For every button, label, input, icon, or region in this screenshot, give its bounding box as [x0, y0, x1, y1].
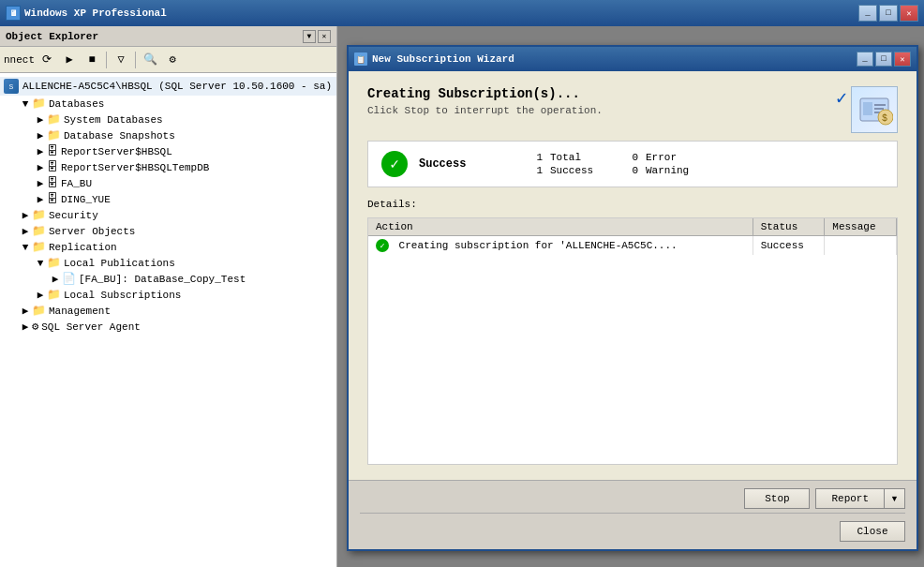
row-message — [825, 236, 897, 256]
sidebar-item-local-subscriptions[interactable]: ▶ 📁 Local Subscriptions — [0, 287, 336, 303]
ding-yue-label: DING_YUE — [61, 194, 111, 205]
close-wizard-button[interactable]: Close — [840, 521, 905, 542]
main-titlebar: 🖥 Windows XP Professional _ □ ✕ — [0, 0, 924, 26]
wizard-side-graphic: $ — [851, 86, 898, 133]
maximize-button[interactable]: □ — [879, 5, 898, 22]
toggle-fa-bu-pub[interactable]: ▶ — [49, 273, 62, 286]
sidebar-item-fa-bu-pub[interactable]: ▶ 📄 [FA_BU]: DataBase_Copy_Test — [0, 271, 336, 287]
folder-icon: 📁 — [47, 128, 61, 142]
folder-icon: 📁 — [32, 304, 46, 318]
db-icon: 🗄 — [47, 176, 58, 190]
search-btn[interactable]: 🔍 — [140, 51, 160, 69]
sidebar-item-db-snapshots[interactable]: ▶ 📁 Database Snapshots — [0, 127, 336, 143]
toggle-system-dbs[interactable]: ▶ — [34, 113, 47, 127]
titlebar-buttons: _ □ ✕ — [858, 5, 918, 22]
sidebar-item-local-publications[interactable]: ▼ 📁 Local Publications — [0, 255, 336, 271]
wizard-body: Creating Subscription(s)... Click Stop t… — [349, 71, 917, 480]
report-dropdown-arrow[interactable]: ▼ — [884, 488, 905, 509]
svg-rect-2 — [874, 104, 886, 106]
sidebar-item-system-databases[interactable]: ▶ 📁 System Databases — [0, 112, 336, 127]
success-icon: ✓ — [381, 151, 408, 177]
sidebar-item-reportservertemp[interactable]: ▶ 🗄 ReportServer$HBSQLTempDB — [0, 159, 336, 175]
toggle-local-pubs[interactable]: ▼ — [34, 257, 47, 270]
success-stats: 1 Total 0 Error 1 Success 0 Warning — [524, 152, 711, 176]
toggle-management[interactable]: ▶ — [19, 305, 32, 318]
toggle-rst[interactable]: ▶ — [34, 161, 47, 174]
folder-icon: 📁 — [32, 240, 46, 254]
col-action: Action — [368, 218, 753, 236]
report-split-button: Report ▼ — [815, 488, 905, 509]
panel-titlebar: Object Explorer ▼ ✕ — [0, 26, 336, 47]
toggle-fabu[interactable]: ▶ — [34, 177, 47, 190]
wizard-icon: 📋 — [354, 52, 367, 66]
report-button[interactable]: Report — [815, 488, 884, 509]
wizard-close-btn[interactable]: ✕ — [894, 52, 911, 67]
sidebar-item-management[interactable]: ▶ 📁 Management — [0, 303, 336, 319]
management-label: Management — [49, 306, 111, 317]
sidebar-item-reportserver[interactable]: ▶ 🗄 ReportServer$HBSQL — [0, 143, 336, 159]
footer-top-row: Stop Report ▼ — [360, 488, 905, 514]
toggle-sql-agent[interactable]: ▶ — [19, 321, 32, 334]
system-databases-label: System Databases — [64, 114, 163, 126]
wizard-dialog: 📋 New Subscription Wizard _ □ ✕ Creating… — [347, 45, 918, 551]
success-count-label: Success — [550, 165, 616, 176]
right-area: 📋 New Subscription Wizard _ □ ✕ Creating… — [337, 26, 924, 567]
wizard-title: New Subscription Wizard — [372, 53, 855, 65]
error-label: Error — [646, 152, 711, 163]
toggle-snapshots[interactable]: ▶ — [34, 129, 47, 142]
col-message: Message — [825, 218, 897, 236]
sidebar-item-ding-yue[interactable]: ▶ 🗄 DING_YUE — [0, 191, 336, 207]
db-icon: 🗄 — [47, 192, 58, 206]
wizard-titlebar: 📋 New Subscription Wizard _ □ ✕ — [349, 47, 917, 71]
toggle-local-subs[interactable]: ▶ — [34, 289, 47, 302]
snapshots-label: Database Snapshots — [64, 130, 175, 142]
warning-count: 0 — [623, 165, 638, 176]
total-label: Total — [550, 152, 616, 163]
wizard-header: Creating Subscription(s)... Click Stop t… — [367, 86, 898, 133]
sidebar-item-replication[interactable]: ▼ 📁 Replication — [0, 239, 336, 255]
toggle-security[interactable]: ▶ — [19, 209, 32, 222]
stop-btn[interactable]: ■ — [82, 51, 102, 69]
stop-button[interactable]: Stop — [744, 488, 810, 509]
sidebar-item-fa-bu[interactable]: ▶ 🗄 FA_BU — [0, 175, 336, 191]
fa-bu-pub-label: [FA_BU]: DataBase_Copy_Test — [79, 274, 246, 285]
minimize-button[interactable]: _ — [858, 5, 877, 22]
panel-dock-btn[interactable]: ▼ — [303, 30, 316, 43]
new-query-btn[interactable]: ▶ — [59, 51, 80, 69]
success-count: 1 — [524, 165, 543, 176]
folder-icon: 📁 — [32, 208, 46, 222]
svg-rect-1 — [863, 102, 872, 115]
wizard-maximize-btn[interactable]: □ — [875, 52, 892, 67]
footer-bottom-row: Close — [360, 521, 905, 542]
refresh-btn[interactable]: ⟳ — [37, 51, 57, 69]
filter-btn[interactable]: ▽ — [111, 51, 131, 69]
sidebar-item-security[interactable]: ▶ 📁 Security — [0, 207, 336, 223]
col-status: Status — [753, 218, 825, 236]
wizard-header-text: Creating Subscription(s)... Click Stop t… — [367, 86, 603, 116]
toolbar-sep — [106, 52, 107, 68]
row-status: Success — [753, 236, 825, 256]
svg-rect-3 — [874, 108, 884, 110]
databases-label: Databases — [49, 98, 104, 110]
panel-close-btn[interactable]: ✕ — [318, 30, 331, 43]
sidebar-item-server-objects[interactable]: ▶ 📁 Server Objects — [0, 223, 336, 239]
toggle-rs[interactable]: ▶ — [34, 145, 47, 158]
security-label: Security — [49, 210, 98, 221]
toggle-databases[interactable]: ▼ — [19, 97, 32, 111]
object-explorer-panel: Object Explorer ▼ ✕ nnect ⟳ ▶ ■ ▽ 🔍 ⚙ S … — [0, 26, 337, 567]
warning-label: Warning — [646, 165, 711, 176]
toggle-dingyue[interactable]: ▶ — [34, 193, 47, 206]
app-icon: 🖥 — [6, 6, 21, 21]
toggle-replication[interactable]: ▼ — [19, 241, 32, 254]
settings-btn[interactable]: ⚙ — [162, 51, 183, 69]
sidebar-item-databases[interactable]: ▼ 📁 Databases — [0, 96, 336, 112]
toggle-server-objects[interactable]: ▶ — [19, 225, 32, 238]
details-table: Action Status Message ✓ Creating subscri… — [367, 217, 898, 465]
connect-label: nnect — [4, 54, 35, 66]
error-count: 0 — [623, 152, 638, 163]
close-button[interactable]: ✕ — [900, 5, 918, 22]
wizard-minimize-btn[interactable]: _ — [857, 52, 873, 67]
sidebar-item-sql-agent[interactable]: ▶ ⚙ SQL Server Agent — [0, 319, 336, 335]
server-node[interactable]: S ALLENCHE-A5C5C4\HBSQL (SQL Server 10.5… — [0, 77, 336, 96]
explorer-toolbar: nnect ⟳ ▶ ■ ▽ 🔍 ⚙ — [0, 47, 336, 73]
